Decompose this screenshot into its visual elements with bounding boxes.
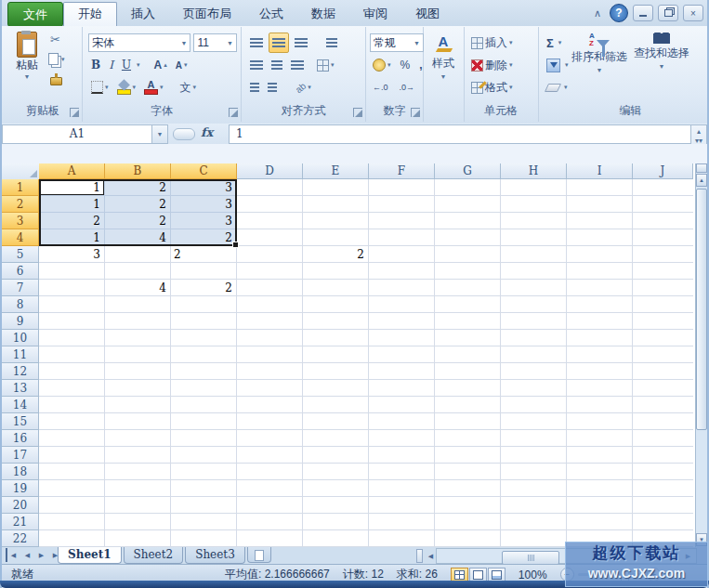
alignment-dialog-launcher-icon[interactable]	[353, 108, 362, 117]
delete-cells-button[interactable]: 删除▾	[468, 56, 516, 74]
autosum-button[interactable]: Σ	[544, 33, 557, 52]
row-header-3[interactable]: 3	[2, 213, 39, 229]
row-header-8[interactable]: 8	[2, 296, 39, 313]
row-header-10[interactable]: 10	[2, 330, 39, 346]
row-header-1[interactable]: 1	[2, 179, 39, 196]
bottom-align-button[interactable]	[292, 33, 310, 52]
row-header-15[interactable]: 15	[2, 413, 39, 430]
row-header-22[interactable]: 22	[2, 530, 39, 547]
scroll-left-button[interactable]: ◀	[425, 549, 437, 563]
row-header-17[interactable]: 17	[2, 447, 39, 464]
horizontal-scrollbar-thumb[interactable]	[502, 551, 559, 565]
shrink-font-button[interactable]: A▾	[173, 56, 190, 74]
ribbon-tab-6[interactable]: 审阅	[349, 2, 401, 26]
vertical-scrollbar[interactable]: ▲ ▼	[695, 163, 707, 547]
orientation-button[interactable]: ab▾	[293, 78, 314, 97]
worksheet-grid[interactable]: ABCDEFGHIJ123456789101112131415161718192…	[2, 163, 695, 547]
align-right-button[interactable]	[288, 56, 307, 74]
cell-B1[interactable]: 2	[108, 181, 166, 194]
clipboard-dialog-launcher-icon[interactable]	[70, 108, 79, 117]
font-color-button[interactable]: A ▾	[141, 78, 166, 97]
styles-button[interactable]: A 样式 ▼	[427, 31, 460, 80]
font-size-select[interactable]: 11 ▼	[193, 33, 237, 52]
merge-center-button[interactable]: ▾	[314, 56, 337, 74]
sort-filter-button[interactable]: AZ 排序和筛选 ▼	[569, 29, 630, 73]
row-header-5[interactable]: 5	[2, 246, 39, 263]
sheet-tab-Sheet1[interactable]: Sheet1	[58, 547, 122, 564]
insert-cells-button[interactable]: 插入▾	[468, 33, 516, 52]
align-left-button[interactable]	[247, 56, 266, 74]
font-dialog-launcher-icon[interactable]	[229, 108, 238, 117]
number-format-select[interactable]: 常规 ▼	[370, 33, 424, 52]
wrap-text-button[interactable]	[323, 33, 340, 52]
clear-button[interactable]	[544, 78, 562, 97]
decrease-decimal-button[interactable]: .0→	[397, 78, 418, 97]
tab-split-handle[interactable]	[416, 549, 423, 563]
column-header-H[interactable]: H	[501, 163, 567, 179]
close-button[interactable]: ×	[683, 5, 703, 21]
row-header-16[interactable]: 16	[2, 430, 39, 447]
row-header-6[interactable]: 6	[2, 263, 39, 280]
copy-button[interactable]: ▾	[48, 53, 65, 65]
ribbon-tab-4[interactable]: 公式	[245, 2, 297, 26]
row-header-20[interactable]: 20	[2, 497, 39, 514]
row-header-7[interactable]: 7	[2, 280, 39, 296]
vertical-scrollbar-thumb[interactable]	[696, 189, 707, 430]
format-cells-button[interactable]: 格式▾	[468, 78, 516, 97]
top-align-button[interactable]	[247, 33, 266, 52]
cell-C1[interactable]: 3	[174, 181, 232, 194]
minimize-button[interactable]	[633, 5, 653, 21]
paste-dropdown-icon[interactable]: ▼	[9, 73, 45, 80]
borders-button[interactable]: ▾	[88, 78, 112, 97]
ribbon-tab-1[interactable]: 开始	[63, 2, 117, 26]
sheet-tab-Sheet3[interactable]: Sheet3	[185, 547, 245, 564]
cell-C4[interactable]: 2	[174, 231, 232, 244]
phonetic-button[interactable]: 文▾	[177, 78, 200, 97]
underline-dropdown-icon[interactable]: ▾	[137, 61, 140, 69]
name-box-dropdown-icon[interactable]: ▼	[151, 124, 168, 144]
insert-worksheet-button[interactable]	[247, 547, 271, 563]
bold-button[interactable]: B	[88, 56, 103, 74]
column-header-G[interactable]: G	[435, 163, 501, 179]
cell-B2[interactable]: 2	[108, 198, 166, 211]
underline-button[interactable]: U	[119, 56, 134, 74]
first-sheet-button[interactable]: ◀	[6, 548, 20, 562]
vertical-split-handle[interactable]	[696, 163, 707, 173]
cell-A2[interactable]: 1	[42, 198, 100, 211]
fill-button[interactable]	[544, 56, 563, 74]
row-header-12[interactable]: 12	[2, 363, 39, 380]
column-header-B[interactable]: B	[105, 163, 171, 179]
row-header-14[interactable]: 14	[2, 397, 39, 413]
ribbon-tab-3[interactable]: 页面布局	[169, 2, 245, 26]
column-header-I[interactable]: I	[567, 163, 633, 179]
next-sheet-button[interactable]: ▶	[35, 548, 47, 562]
number-dialog-launcher-icon[interactable]	[411, 108, 420, 117]
row-header-2[interactable]: 2	[2, 196, 39, 213]
ribbon-tab-7[interactable]: 视图	[401, 2, 453, 26]
row-header-11[interactable]: 11	[2, 346, 39, 363]
cell-C5[interactable]: 2	[174, 248, 232, 261]
sheet-tab-Sheet2[interactable]: Sheet2	[124, 547, 184, 564]
cell-A4[interactable]: 1	[42, 231, 100, 244]
ribbon-tab-2[interactable]: 插入	[117, 2, 169, 26]
insert-function-button[interactable]: fx	[201, 125, 225, 139]
ribbon-tab-5[interactable]: 数据	[297, 2, 349, 26]
find-select-button[interactable]: 查找和选择 ▼	[631, 29, 692, 70]
select-all-corner[interactable]	[2, 163, 40, 180]
help-icon[interactable]: ?	[610, 4, 628, 22]
cell-C3[interactable]: 3	[174, 215, 232, 228]
column-header-J[interactable]: J	[633, 163, 693, 179]
format-painter-button[interactable]	[50, 73, 62, 85]
restore-button[interactable]	[658, 5, 678, 21]
accounting-format-button[interactable]: ▾	[370, 56, 394, 74]
cell-B7[interactable]: 4	[108, 281, 166, 294]
row-header-19[interactable]: 19	[2, 480, 39, 497]
row-header-21[interactable]: 21	[2, 514, 39, 530]
align-center-button[interactable]	[269, 56, 285, 74]
percent-style-button[interactable]: %	[398, 56, 414, 74]
zoom-level[interactable]: 100%	[519, 568, 547, 581]
grow-font-button[interactable]: A▴	[151, 56, 170, 74]
fill-color-button[interactable]: ▾	[114, 78, 139, 97]
cell-B4[interactable]: 4	[108, 231, 166, 244]
font-name-select[interactable]: 宋体 ▼	[88, 33, 190, 52]
